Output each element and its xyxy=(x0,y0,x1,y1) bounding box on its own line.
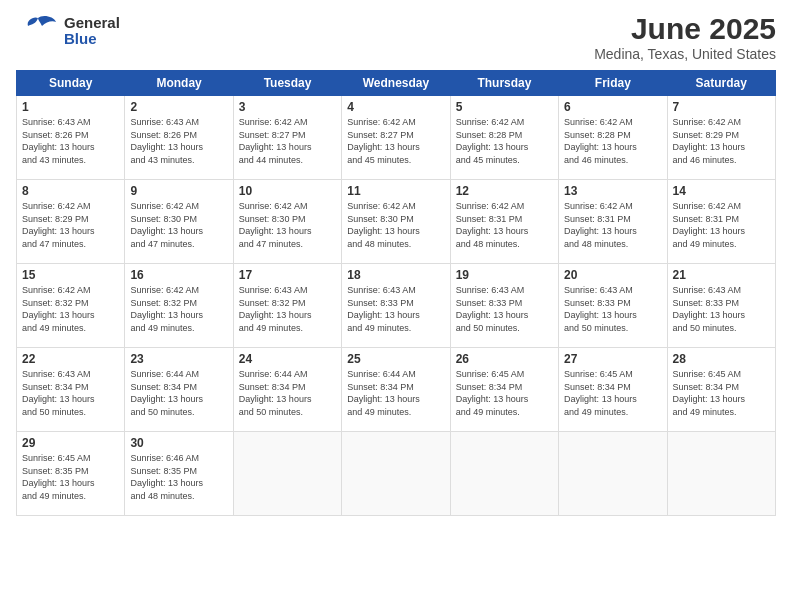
calendar-cell xyxy=(342,432,450,516)
day-number: 24 xyxy=(239,352,336,366)
day-info: Sunrise: 6:44 AM Sunset: 8:34 PM Dayligh… xyxy=(239,368,336,418)
day-number: 5 xyxy=(456,100,553,114)
calendar-cell: 9Sunrise: 6:42 AM Sunset: 8:30 PM Daylig… xyxy=(125,180,233,264)
day-info: Sunrise: 6:42 AM Sunset: 8:31 PM Dayligh… xyxy=(456,200,553,250)
week-row-4: 22Sunrise: 6:43 AM Sunset: 8:34 PM Dayli… xyxy=(17,348,776,432)
calendar-cell: 30Sunrise: 6:46 AM Sunset: 8:35 PM Dayli… xyxy=(125,432,233,516)
calendar-cell: 13Sunrise: 6:42 AM Sunset: 8:31 PM Dayli… xyxy=(559,180,667,264)
day-number: 6 xyxy=(564,100,661,114)
day-info: Sunrise: 6:43 AM Sunset: 8:34 PM Dayligh… xyxy=(22,368,119,418)
day-number: 11 xyxy=(347,184,444,198)
weekday-header-tuesday: Tuesday xyxy=(233,71,341,96)
calendar-cell: 29Sunrise: 6:45 AM Sunset: 8:35 PM Dayli… xyxy=(17,432,125,516)
logo-blue: Blue xyxy=(64,31,120,48)
day-number: 19 xyxy=(456,268,553,282)
day-number: 22 xyxy=(22,352,119,366)
calendar-cell: 12Sunrise: 6:42 AM Sunset: 8:31 PM Dayli… xyxy=(450,180,558,264)
calendar-cell xyxy=(233,432,341,516)
calendar-cell: 25Sunrise: 6:44 AM Sunset: 8:34 PM Dayli… xyxy=(342,348,450,432)
weekday-header-monday: Monday xyxy=(125,71,233,96)
day-number: 23 xyxy=(130,352,227,366)
title-block: June 2025 Medina, Texas, United States xyxy=(594,12,776,62)
day-info: Sunrise: 6:42 AM Sunset: 8:31 PM Dayligh… xyxy=(564,200,661,250)
day-info: Sunrise: 6:42 AM Sunset: 8:29 PM Dayligh… xyxy=(22,200,119,250)
calendar-cell: 4Sunrise: 6:42 AM Sunset: 8:27 PM Daylig… xyxy=(342,96,450,180)
day-info: Sunrise: 6:42 AM Sunset: 8:31 PM Dayligh… xyxy=(673,200,770,250)
day-number: 14 xyxy=(673,184,770,198)
day-number: 9 xyxy=(130,184,227,198)
day-number: 27 xyxy=(564,352,661,366)
day-info: Sunrise: 6:42 AM Sunset: 8:32 PM Dayligh… xyxy=(130,284,227,334)
weekday-header-row: SundayMondayTuesdayWednesdayThursdayFrid… xyxy=(17,71,776,96)
week-row-3: 15Sunrise: 6:42 AM Sunset: 8:32 PM Dayli… xyxy=(17,264,776,348)
day-info: Sunrise: 6:42 AM Sunset: 8:28 PM Dayligh… xyxy=(564,116,661,166)
title-month: June 2025 xyxy=(594,12,776,46)
day-number: 20 xyxy=(564,268,661,282)
day-info: Sunrise: 6:45 AM Sunset: 8:34 PM Dayligh… xyxy=(456,368,553,418)
day-number: 17 xyxy=(239,268,336,282)
day-number: 15 xyxy=(22,268,119,282)
day-number: 2 xyxy=(130,100,227,114)
day-info: Sunrise: 6:42 AM Sunset: 8:30 PM Dayligh… xyxy=(239,200,336,250)
calendar-cell: 27Sunrise: 6:45 AM Sunset: 8:34 PM Dayli… xyxy=(559,348,667,432)
day-info: Sunrise: 6:42 AM Sunset: 8:27 PM Dayligh… xyxy=(239,116,336,166)
day-info: Sunrise: 6:43 AM Sunset: 8:26 PM Dayligh… xyxy=(130,116,227,166)
calendar-cell xyxy=(559,432,667,516)
calendar-cell: 15Sunrise: 6:42 AM Sunset: 8:32 PM Dayli… xyxy=(17,264,125,348)
calendar-cell xyxy=(450,432,558,516)
day-info: Sunrise: 6:43 AM Sunset: 8:26 PM Dayligh… xyxy=(22,116,119,166)
calendar-cell: 24Sunrise: 6:44 AM Sunset: 8:34 PM Dayli… xyxy=(233,348,341,432)
weekday-header-saturday: Saturday xyxy=(667,71,775,96)
week-row-5: 29Sunrise: 6:45 AM Sunset: 8:35 PM Dayli… xyxy=(17,432,776,516)
header: General Blue June 2025 Medina, Texas, Un… xyxy=(16,12,776,62)
day-info: Sunrise: 6:43 AM Sunset: 8:33 PM Dayligh… xyxy=(347,284,444,334)
weekday-header-sunday: Sunday xyxy=(17,71,125,96)
logo-general: General xyxy=(64,15,120,32)
day-number: 29 xyxy=(22,436,119,450)
calendar-cell: 1Sunrise: 6:43 AM Sunset: 8:26 PM Daylig… xyxy=(17,96,125,180)
calendar-cell: 26Sunrise: 6:45 AM Sunset: 8:34 PM Dayli… xyxy=(450,348,558,432)
calendar-cell: 21Sunrise: 6:43 AM Sunset: 8:33 PM Dayli… xyxy=(667,264,775,348)
day-info: Sunrise: 6:42 AM Sunset: 8:28 PM Dayligh… xyxy=(456,116,553,166)
calendar-cell: 28Sunrise: 6:45 AM Sunset: 8:34 PM Dayli… xyxy=(667,348,775,432)
calendar-cell: 17Sunrise: 6:43 AM Sunset: 8:32 PM Dayli… xyxy=(233,264,341,348)
calendar-cell: 6Sunrise: 6:42 AM Sunset: 8:28 PM Daylig… xyxy=(559,96,667,180)
day-info: Sunrise: 6:42 AM Sunset: 8:29 PM Dayligh… xyxy=(673,116,770,166)
day-info: Sunrise: 6:44 AM Sunset: 8:34 PM Dayligh… xyxy=(130,368,227,418)
week-row-2: 8Sunrise: 6:42 AM Sunset: 8:29 PM Daylig… xyxy=(17,180,776,264)
calendar-cell: 23Sunrise: 6:44 AM Sunset: 8:34 PM Dayli… xyxy=(125,348,233,432)
weekday-header-thursday: Thursday xyxy=(450,71,558,96)
day-info: Sunrise: 6:42 AM Sunset: 8:30 PM Dayligh… xyxy=(347,200,444,250)
weekday-header-friday: Friday xyxy=(559,71,667,96)
day-number: 28 xyxy=(673,352,770,366)
day-info: Sunrise: 6:45 AM Sunset: 8:34 PM Dayligh… xyxy=(673,368,770,418)
day-number: 3 xyxy=(239,100,336,114)
logo: General Blue xyxy=(16,12,120,50)
day-info: Sunrise: 6:42 AM Sunset: 8:30 PM Dayligh… xyxy=(130,200,227,250)
day-info: Sunrise: 6:46 AM Sunset: 8:35 PM Dayligh… xyxy=(130,452,227,502)
calendar-cell: 10Sunrise: 6:42 AM Sunset: 8:30 PM Dayli… xyxy=(233,180,341,264)
calendar-cell: 2Sunrise: 6:43 AM Sunset: 8:26 PM Daylig… xyxy=(125,96,233,180)
calendar-cell: 20Sunrise: 6:43 AM Sunset: 8:33 PM Dayli… xyxy=(559,264,667,348)
day-info: Sunrise: 6:45 AM Sunset: 8:34 PM Dayligh… xyxy=(564,368,661,418)
day-info: Sunrise: 6:43 AM Sunset: 8:33 PM Dayligh… xyxy=(673,284,770,334)
calendar-cell: 8Sunrise: 6:42 AM Sunset: 8:29 PM Daylig… xyxy=(17,180,125,264)
day-number: 26 xyxy=(456,352,553,366)
week-row-1: 1Sunrise: 6:43 AM Sunset: 8:26 PM Daylig… xyxy=(17,96,776,180)
page: General Blue June 2025 Medina, Texas, Un… xyxy=(0,0,792,612)
day-info: Sunrise: 6:42 AM Sunset: 8:32 PM Dayligh… xyxy=(22,284,119,334)
day-info: Sunrise: 6:45 AM Sunset: 8:35 PM Dayligh… xyxy=(22,452,119,502)
calendar-cell: 18Sunrise: 6:43 AM Sunset: 8:33 PM Dayli… xyxy=(342,264,450,348)
day-info: Sunrise: 6:43 AM Sunset: 8:32 PM Dayligh… xyxy=(239,284,336,334)
calendar-cell: 16Sunrise: 6:42 AM Sunset: 8:32 PM Dayli… xyxy=(125,264,233,348)
day-number: 10 xyxy=(239,184,336,198)
calendar-table: SundayMondayTuesdayWednesdayThursdayFrid… xyxy=(16,70,776,516)
day-number: 13 xyxy=(564,184,661,198)
logo-icon xyxy=(16,12,60,50)
day-number: 21 xyxy=(673,268,770,282)
calendar-cell: 3Sunrise: 6:42 AM Sunset: 8:27 PM Daylig… xyxy=(233,96,341,180)
day-number: 30 xyxy=(130,436,227,450)
calendar-cell: 22Sunrise: 6:43 AM Sunset: 8:34 PM Dayli… xyxy=(17,348,125,432)
day-info: Sunrise: 6:44 AM Sunset: 8:34 PM Dayligh… xyxy=(347,368,444,418)
day-number: 1 xyxy=(22,100,119,114)
